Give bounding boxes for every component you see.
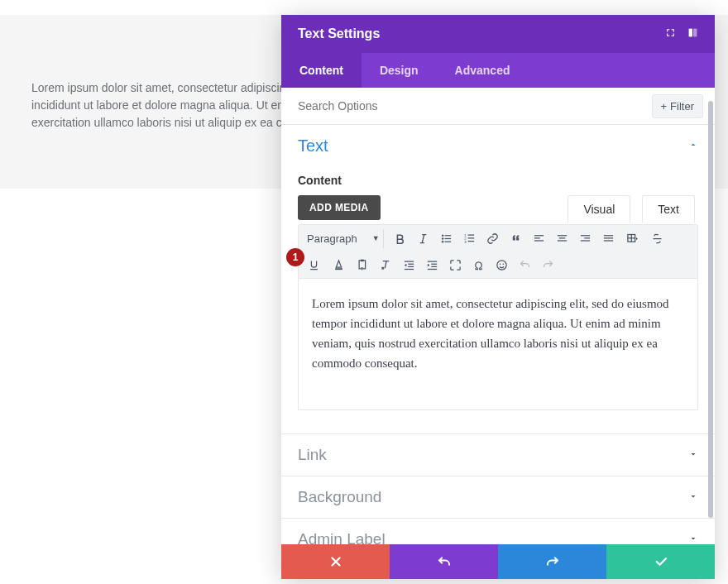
svg-rect-25: [604, 240, 613, 241]
indent-icon[interactable]: [422, 255, 443, 275]
section-admin-label-title: Admin Label: [298, 530, 386, 544]
svg-point-42: [500, 263, 501, 265]
filter-label: Filter: [670, 100, 694, 112]
paste-text-icon[interactable]: T: [352, 255, 373, 275]
format-select-label: Paragraph: [307, 232, 357, 245]
table-icon[interactable]: [621, 228, 644, 248]
section-admin-label-header[interactable]: Admin Label: [281, 519, 715, 544]
numbered-list-icon[interactable]: 123: [459, 228, 480, 248]
italic-icon[interactable]: [413, 228, 433, 248]
svg-rect-6: [444, 237, 451, 238]
text-color-icon[interactable]: [327, 255, 350, 275]
modal-footer: [281, 544, 715, 579]
editor-tab-text[interactable]: Text: [642, 195, 695, 223]
align-left-icon[interactable]: [529, 228, 549, 248]
section-link-title: Link: [298, 446, 327, 464]
fullscreen-icon[interactable]: [445, 255, 466, 275]
section-text-header[interactable]: Text: [281, 125, 715, 167]
bold-icon[interactable]: [390, 228, 410, 248]
align-justify-icon[interactable]: [598, 228, 619, 248]
svg-point-4: [442, 241, 444, 243]
modal-header: Text Settings: [281, 15, 715, 53]
svg-rect-23: [604, 235, 613, 236]
svg-rect-1: [693, 29, 697, 37]
filter-button[interactable]: + Filter: [652, 94, 703, 118]
svg-rect-31: [361, 259, 364, 261]
align-center-icon[interactable]: [552, 228, 572, 248]
bullet-list-icon[interactable]: [436, 228, 457, 248]
snap-icon[interactable]: [687, 27, 698, 41]
svg-rect-37: [428, 261, 437, 261]
svg-point-43: [503, 263, 505, 265]
editor-toolbar: Paragraph ▼ 123 T: [298, 224, 698, 279]
redo-action-button[interactable]: [498, 544, 606, 579]
svg-rect-40: [428, 268, 437, 269]
special-char-icon[interactable]: [468, 255, 489, 275]
svg-rect-14: [534, 235, 544, 236]
tab-advanced[interactable]: Advanced: [437, 53, 529, 88]
clear-formatting-icon[interactable]: [376, 255, 396, 275]
chevron-down-icon: [688, 534, 698, 545]
blockquote-icon[interactable]: [505, 228, 526, 248]
svg-rect-35: [408, 266, 414, 266]
section-text-body: Content ADD MEDIA Visual Text Paragraph …: [281, 167, 715, 433]
cancel-button[interactable]: [281, 544, 390, 579]
tab-content[interactable]: Content: [281, 53, 362, 88]
underline-icon[interactable]: [304, 255, 324, 275]
svg-rect-34: [408, 263, 414, 264]
svg-rect-12: [467, 237, 474, 238]
text-settings-modal: Text Settings Content Design Advanced + …: [281, 15, 715, 579]
link-icon[interactable]: [482, 228, 503, 248]
svg-rect-29: [335, 268, 342, 270]
modal-tabs: Content Design Advanced: [281, 53, 715, 88]
section-background-header[interactable]: Background: [281, 476, 715, 518]
section-link-header[interactable]: Link: [281, 434, 715, 476]
svg-rect-15: [534, 237, 540, 238]
emoji-icon[interactable]: [491, 255, 512, 275]
search-options-input[interactable]: [281, 88, 652, 124]
modal-title: Text Settings: [298, 26, 380, 41]
redo-icon[interactable]: [538, 255, 558, 275]
format-select[interactable]: Paragraph ▼: [304, 229, 384, 248]
svg-rect-33: [405, 261, 414, 261]
chevron-down-icon: [688, 491, 698, 504]
undo-icon[interactable]: [515, 255, 535, 275]
confirm-button[interactable]: [606, 544, 715, 579]
svg-text:3: 3: [464, 239, 467, 243]
svg-rect-18: [558, 237, 565, 238]
svg-rect-39: [431, 266, 437, 266]
svg-point-3: [442, 237, 444, 240]
svg-rect-19: [558, 240, 567, 241]
svg-point-41: [497, 260, 506, 269]
section-text-title: Text: [298, 136, 328, 156]
modal-body: Text Content ADD MEDIA Visual Text Parag…: [281, 125, 715, 544]
editor-tab-visual[interactable]: Visual: [568, 195, 630, 223]
svg-rect-7: [444, 241, 451, 242]
svg-rect-13: [467, 241, 474, 242]
add-media-button[interactable]: ADD MEDIA: [298, 195, 381, 220]
svg-rect-16: [534, 240, 544, 241]
svg-text:T: T: [361, 266, 364, 270]
svg-rect-36: [405, 268, 414, 269]
scrollbar[interactable]: [708, 101, 713, 518]
strikethrough-icon[interactable]: [647, 228, 668, 248]
content-label: Content: [298, 174, 698, 187]
search-row: + Filter: [281, 88, 715, 125]
tab-design[interactable]: Design: [362, 53, 437, 88]
section-background-title: Background: [298, 488, 381, 506]
svg-rect-22: [581, 240, 590, 241]
svg-rect-24: [604, 237, 613, 238]
chevron-up-icon: [688, 140, 698, 152]
outdent-icon[interactable]: [399, 255, 419, 275]
svg-rect-38: [431, 263, 437, 264]
caret-down-icon: ▼: [372, 234, 380, 242]
expand-icon[interactable]: [665, 27, 676, 41]
chevron-down-icon: [688, 449, 698, 462]
svg-rect-11: [467, 234, 474, 235]
svg-rect-20: [581, 235, 590, 236]
plus-icon: +: [661, 100, 668, 112]
svg-rect-0: [689, 29, 692, 37]
align-right-icon[interactable]: [575, 228, 596, 248]
editor-textarea[interactable]: Lorem ipsum dolor sit amet, consectetur …: [298, 279, 698, 410]
undo-action-button[interactable]: [390, 544, 498, 579]
